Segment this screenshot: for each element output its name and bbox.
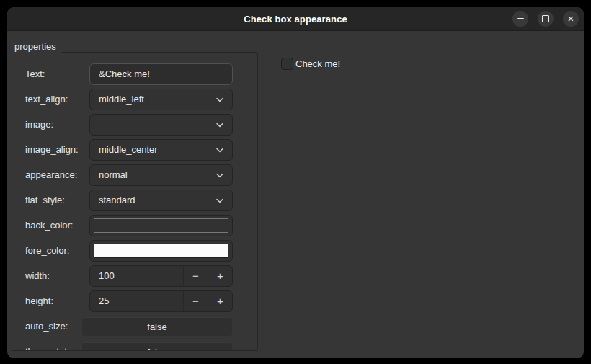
chevron-down-icon [215,123,224,128]
chevron-down-icon [215,97,224,103]
auto-size-label: auto_size: [25,321,82,332]
fore-color-label: fore_color: [25,245,89,256]
plus-icon: + [217,296,223,306]
back-color-swatch [94,218,228,233]
image-align-value: middle_center [99,144,158,155]
height-increment-button[interactable]: + [208,291,232,311]
flat-style-value: standard [99,195,135,205]
minus-icon: − [192,270,199,281]
width-value[interactable]: 100 [90,266,183,286]
row-three-state: three_state: false [12,339,257,351]
chevron-down-icon [215,198,224,204]
row-back-color: back_color: [12,213,257,238]
row-width: width: 100 − + [12,263,257,288]
fore-color-button[interactable] [89,240,233,262]
chevron-down-icon [215,173,224,179]
titlebar[interactable]: Check box appearance × [7,7,584,31]
row-height: height: 25 − + [12,288,257,314]
row-image: image: [12,112,257,137]
close-button[interactable]: × [563,11,579,27]
image-align-dropdown[interactable]: middle_center [89,139,233,161]
flat-style-label: flat_style: [25,195,89,205]
row-appearance: appearance: normal [12,162,257,187]
image-label: image: [25,119,89,130]
row-fore-color: fore_color: [12,238,257,263]
appearance-label: appearance: [25,169,89,180]
window-controls: × [512,7,579,30]
row-text-align: text_align: middle_left [12,86,257,112]
row-image-align: image_align: middle_center [12,137,257,162]
row-flat-style: flat_style: standard [12,187,257,213]
image-align-label: image_align: [25,144,89,155]
minimize-button[interactable] [512,11,528,27]
width-label: width: [25,270,89,281]
row-text: Text: [12,61,257,86]
window-title: Check box appearance [244,14,347,25]
back-color-button[interactable] [89,215,233,236]
three-state-label: three_state: [25,346,82,351]
close-icon: × [568,13,574,24]
minimize-icon [517,18,524,19]
plus-icon: + [217,270,223,281]
flat-style-dropdown[interactable]: standard [89,190,233,211]
back-color-label: back_color: [25,220,89,231]
preview-checkbox-label[interactable]: Check me! [296,58,340,69]
row-auto-size: auto_size: false [12,314,257,339]
properties-group-legend: properties [12,41,61,53]
width-increment-button[interactable]: + [208,266,232,286]
text-align-dropdown[interactable]: middle_left [89,89,233,110]
image-dropdown[interactable] [89,114,233,136]
auto-size-toggle-button[interactable]: false [82,317,232,336]
text-align-label: text_align: [25,94,89,105]
three-state-toggle-button[interactable]: false [82,342,232,352]
chevron-down-icon [215,148,224,154]
app-window: Check box appearance × properties Text: … [7,7,584,358]
properties-rows: Text: text_align: middle_left image: ima… [12,53,257,351]
text-label: Text: [25,68,89,79]
height-value[interactable]: 25 [90,291,183,311]
preview-area: Check me! [281,58,340,70]
text-input[interactable] [89,63,233,85]
height-label: height: [25,296,89,306]
appearance-dropdown[interactable]: normal [89,164,233,186]
width-stepper: 100 − + [89,265,233,287]
minus-icon: − [192,296,199,306]
maximize-button[interactable] [538,11,554,27]
preview-checkbox[interactable] [281,58,293,70]
appearance-value: normal [99,169,128,180]
height-decrement-button[interactable]: − [183,291,208,311]
fore-color-swatch [94,244,228,258]
maximize-icon [542,15,549,22]
text-align-value: middle_left [99,94,144,105]
width-decrement-button[interactable]: − [183,266,208,286]
properties-groupbox: Text: text_align: middle_left image: ima… [12,52,258,351]
height-stepper: 25 − + [89,290,233,312]
